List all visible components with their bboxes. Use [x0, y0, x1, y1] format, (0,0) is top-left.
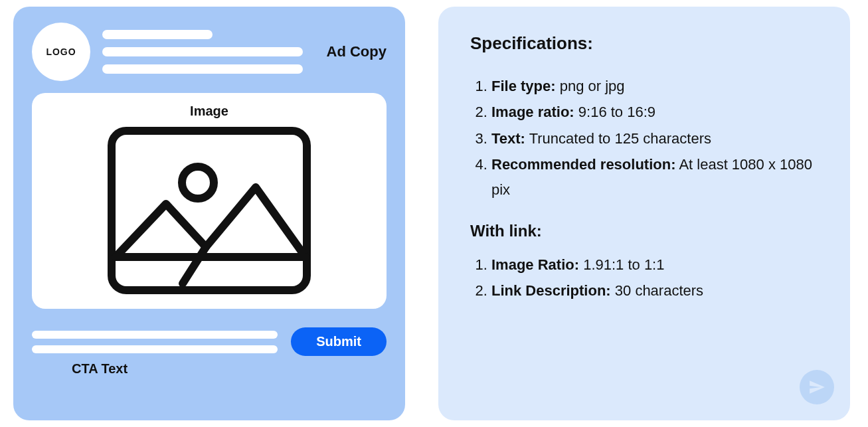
spec-value: png or jpg [556, 78, 625, 94]
spec-value: 30 characters [611, 282, 703, 299]
spec-item: Text: Truncated to 125 characters [491, 126, 818, 151]
specifications-list: File type: png or jpg Image ratio: 9:16 … [470, 74, 818, 202]
spec-value: 1.91:1 to 1:1 [579, 256, 664, 273]
specifications-panel: Specifications: File type: png or jpg Im… [438, 7, 850, 420]
ad-copy-lines [102, 30, 303, 74]
logo-placeholder: LOGO [32, 23, 90, 81]
spec-item: Link Description: 30 characters [491, 278, 818, 303]
placeholder-line [32, 345, 278, 353]
spec-value: 9:16 to 16:9 [574, 104, 655, 120]
spec-label: Image Ratio: [491, 256, 579, 273]
spec-item: Image ratio: 9:16 to 16:9 [491, 100, 818, 124]
spec-label: File type: [491, 78, 556, 94]
spec-item: Image Ratio: 1.91:1 to 1:1 [491, 252, 818, 277]
placeholder-line [102, 64, 303, 74]
spec-item: File type: png or jpg [491, 74, 818, 98]
svg-rect-0 [112, 131, 307, 290]
placeholder-line [102, 47, 303, 56]
ad-mockup-card: LOGO Ad Copy Image Submit CTA Text [13, 7, 405, 420]
image-label: Image [190, 104, 228, 119]
image-icon [106, 124, 312, 297]
send-icon [800, 370, 834, 404]
submit-button[interactable]: Submit [291, 327, 387, 356]
spec-value: Truncated to 125 characters [525, 130, 711, 147]
placeholder-line [32, 331, 278, 339]
cta-lines [32, 331, 278, 353]
specifications-title: Specifications: [470, 33, 818, 54]
spec-label: Text: [491, 130, 525, 147]
svg-point-1 [182, 167, 214, 199]
ad-copy-label: Ad Copy [327, 43, 387, 60]
cta-text-label: CTA Text [72, 361, 387, 377]
ad-header: LOGO Ad Copy [32, 23, 387, 81]
image-placeholder-card: Image [32, 93, 387, 309]
spec-label: Recommended resolution: [491, 156, 675, 173]
svg-line-3 [183, 247, 206, 284]
spec-label: Image ratio: [491, 104, 574, 120]
spec-item: Recommended resolution: At least 1080 x … [491, 152, 818, 202]
with-link-title: With link: [470, 222, 818, 240]
spec-label: Link Description: [491, 282, 611, 299]
cta-row: Submit [32, 327, 387, 356]
with-link-list: Image Ratio: 1.91:1 to 1:1 Link Descript… [470, 252, 818, 303]
placeholder-line [102, 30, 213, 39]
